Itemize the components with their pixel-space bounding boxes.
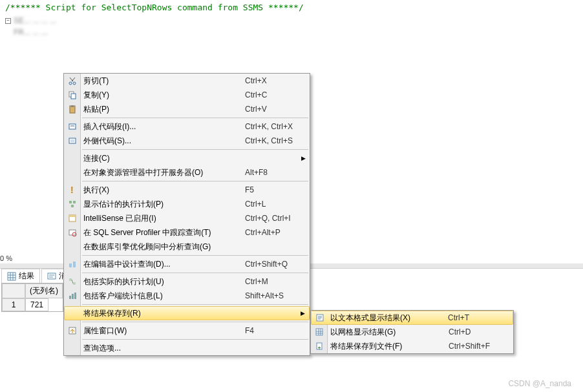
svg-rect-27: [73, 262, 76, 267]
menu-label: 属性窗口(W): [83, 325, 219, 336]
svg-rect-32: [72, 294, 74, 299]
menu-item[interactable]: 包括客户端统计信息(L)Shift+Alt+S: [64, 289, 310, 303]
code-line: − SE... ... ... ...: [0, 15, 583, 26]
menu-shortcut: Ctrl+D: [449, 327, 507, 336]
copy-icon: [67, 90, 78, 100]
svg-rect-14: [69, 124, 76, 129]
zoom-percent: 0 %: [0, 254, 12, 262]
menu-shortcut: Ctrl+Shift+Q: [245, 260, 303, 269]
snippet-icon: [67, 121, 78, 132]
text-result-icon: [315, 313, 325, 323]
menu-item[interactable]: 连接(C)▶: [64, 151, 310, 165]
menu-shortcut: Ctrl+X: [245, 76, 303, 85]
menu-item[interactable]: IntelliSense 已启用(I)Ctrl+Q, Ctrl+I: [64, 211, 310, 225]
svg-rect-23: [69, 215, 76, 217]
paste-icon: [67, 104, 78, 114]
menu-item[interactable]: 粘贴(P)Ctrl+V: [64, 102, 310, 116]
menu-shortcut: Ctrl+K, Ctrl+S: [245, 136, 303, 145]
menu-label: 在数据库引擎优化顾问中分析查询(G): [83, 242, 219, 253]
svg-line-30: [72, 280, 73, 284]
menu-shortcut: Ctrl+Q, Ctrl+I: [245, 214, 303, 223]
message-icon: [47, 272, 56, 281]
menu-item[interactable]: 包括实际的执行计划(U)Ctrl+M: [64, 274, 310, 289]
menu-item[interactable]: 在 SQL Server Profiler 中跟踪查询(T)Ctrl+Alt+P: [64, 225, 310, 240]
menu-shortcut: Ctrl+L: [245, 200, 303, 209]
svg-rect-17: [70, 139, 74, 142]
menu-label: 将结果保存到文件(F): [330, 341, 423, 352]
menu-label: 将结果保存到(R): [83, 308, 218, 319]
menu-item[interactable]: 插入代码段(I)...Ctrl+K, Ctrl+X: [64, 119, 310, 134]
surround-icon: [67, 136, 78, 146]
svg-rect-28: [69, 278, 72, 281]
code-line: FR... ... ...: [0, 26, 583, 38]
menu-shortcut: Ctrl+Alt+P: [245, 228, 303, 237]
submenu-results-to: 以文本格式显示结果(X)Ctrl+T以网格显示结果(G)Ctrl+D将结果保存到…: [310, 310, 514, 354]
menu-item[interactable]: 以文本格式显示结果(X)Ctrl+T: [311, 311, 513, 325]
row-number[interactable]: 1: [2, 298, 25, 311]
sql-comment: /****** Script for SelectTopNRows comman…: [0, 0, 583, 15]
collapse-icon[interactable]: −: [5, 18, 11, 24]
menu-item[interactable]: 属性窗口(W)F4: [64, 324, 310, 338]
menu-label: 粘贴(P): [83, 104, 219, 115]
svg-rect-40: [316, 329, 323, 335]
intellisense-icon: [67, 213, 78, 223]
menu-label: IntelliSense 已启用(I): [83, 213, 219, 224]
column-header[interactable]: (无列名): [25, 284, 63, 298]
execute-icon: !: [67, 185, 78, 195]
menu-shortcut: Ctrl+T: [448, 313, 506, 322]
watermark: CSDN @A_nanda: [508, 379, 571, 388]
menu-item[interactable]: 以网格显示结果(G)Ctrl+D: [311, 325, 513, 339]
tab-results[interactable]: 结果: [1, 269, 40, 283]
svg-rect-29: [73, 282, 76, 285]
menu-item[interactable]: !执行(X)F5: [64, 183, 310, 197]
svg-rect-0: [8, 273, 16, 280]
menu-item[interactable]: 剪切(T)Ctrl+X: [64, 74, 310, 88]
menu-item[interactable]: 将结果保存到文件(F)Ctrl+Shift+F: [311, 339, 513, 353]
menu-label: 以文本格式显示结果(X): [330, 313, 422, 324]
svg-rect-5: [48, 273, 56, 279]
svg-rect-33: [74, 293, 76, 299]
menu-label: 查询选项...: [83, 343, 219, 354]
menu-separator: [82, 304, 308, 305]
menu-shortcut: F5: [245, 185, 303, 194]
menu-shortcut: Ctrl+K, Ctrl+X: [245, 122, 303, 131]
menu-item[interactable]: 外侧代码(S)...Ctrl+K, Ctrl+S: [64, 134, 310, 148]
menu-label: 剪切(T): [83, 76, 219, 87]
actualplan-icon: [67, 276, 78, 287]
menu-label: 包括实际的执行计划(U): [83, 276, 219, 287]
file-result-icon: [314, 341, 324, 351]
menu-item[interactable]: 显示估计的执行计划(P)Ctrl+L: [64, 197, 310, 211]
menu-label: 连接(C): [83, 153, 219, 164]
cut-icon: [67, 76, 78, 86]
stats-icon: [67, 291, 78, 301]
cell-value[interactable]: 721: [25, 298, 48, 311]
menu-label: 包括客户端统计信息(L): [83, 291, 219, 302]
menu-item[interactable]: 复制(Y)Ctrl+C: [64, 88, 310, 102]
blurred-code: SE... ... ... ...: [14, 16, 56, 25]
menu-shortcut: Ctrl+V: [245, 105, 303, 114]
menu-separator: [82, 118, 308, 118]
menu-shortcut: Ctrl+C: [245, 90, 303, 99]
svg-rect-31: [69, 296, 71, 299]
design-icon: [67, 259, 78, 269]
menu-shortcut: Ctrl+Shift+F: [449, 342, 507, 351]
blurred-code: FR... ... ...: [14, 28, 48, 37]
menu-label: 在 SQL Server Profiler 中跟踪查询(T): [83, 227, 219, 238]
menu-item[interactable]: 在对象资源管理器中打开服务器(O)Alt+F8: [64, 165, 310, 180]
menu-item[interactable]: 在编辑器中设计查询(D)...Ctrl+Shift+Q: [64, 257, 310, 271]
menu-item[interactable]: 在数据库引擎优化顾问中分析查询(G): [64, 240, 310, 254]
menu-label: 执行(X): [83, 185, 219, 196]
menu-label: 插入代码段(I)...: [83, 121, 219, 132]
results-grid[interactable]: (无列名) 1 721: [1, 283, 63, 312]
svg-rect-19: [69, 201, 72, 203]
menu-item[interactable]: 将结果保存到(R)▶: [64, 306, 310, 320]
menu-shortcut: Shift+Alt+S: [245, 291, 303, 300]
menu-item[interactable]: 查询选项...: [64, 341, 310, 355]
menu-separator: [82, 255, 308, 256]
menu-separator: [82, 181, 308, 181]
menu-label: 在对象资源管理器中打开服务器(O): [83, 167, 219, 178]
svg-rect-20: [73, 201, 76, 203]
svg-rect-26: [69, 263, 72, 267]
svg-text:!: !: [70, 185, 74, 194]
menu-separator: [82, 273, 308, 273]
